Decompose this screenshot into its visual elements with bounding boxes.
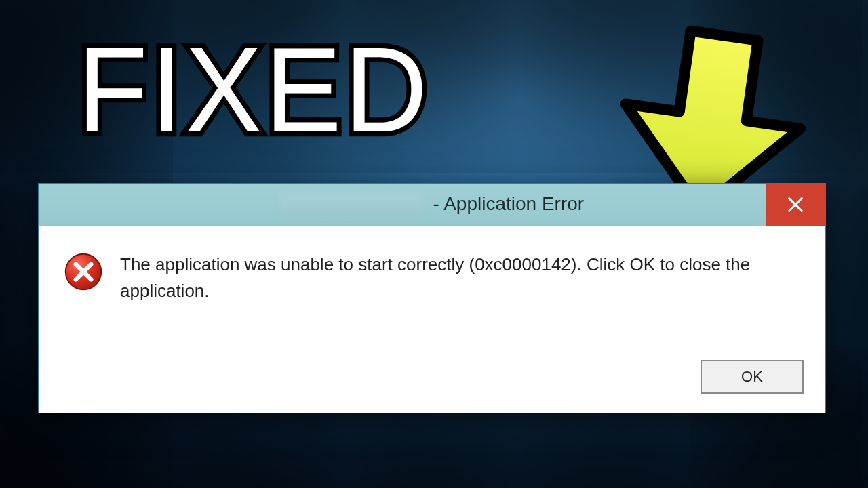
error-dialog: - Application Error The application was …	[38, 183, 826, 413]
error-icon	[63, 251, 104, 292]
dialog-title-text: - Application Error	[433, 193, 585, 214]
close-button[interactable]	[766, 184, 825, 226]
redacted-app-name	[280, 193, 422, 216]
close-icon	[786, 195, 805, 214]
dialog-button-row: OK	[701, 360, 804, 394]
ok-button[interactable]: OK	[701, 360, 804, 394]
dialog-title: - Application Error	[280, 193, 584, 217]
dialog-body: The application was unable to start corr…	[39, 226, 825, 304]
dialog-titlebar[interactable]: - Application Error	[39, 184, 825, 226]
thumbnail-headline: FIXED	[77, 20, 431, 159]
error-message: The application was unable to start corr…	[120, 251, 771, 304]
